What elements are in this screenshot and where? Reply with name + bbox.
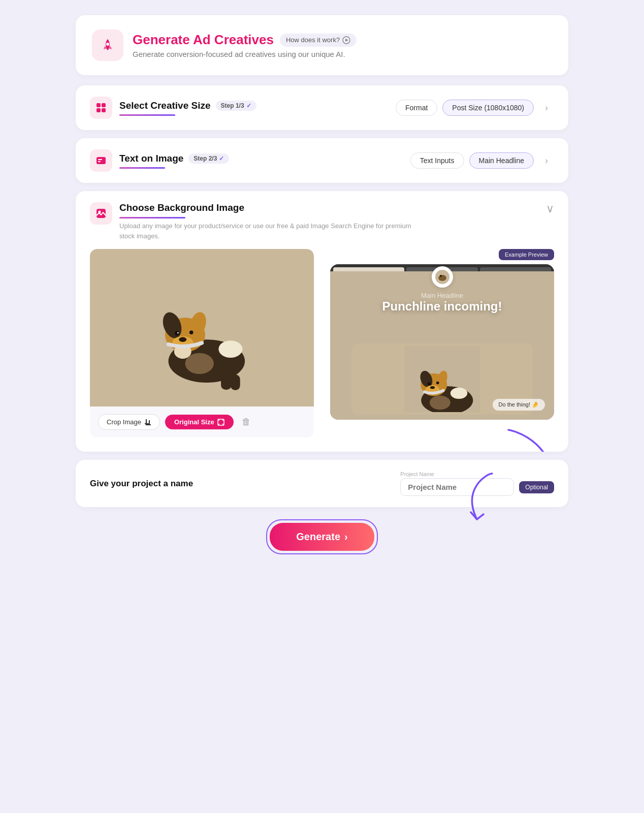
example-preview-badge: Example Preview <box>499 249 554 260</box>
step1-title-wrap: Select Creative Size Step 1/3 ✓ <box>119 100 256 116</box>
step3-title: Choose Background Image <box>119 202 424 213</box>
preview-logo <box>432 266 453 288</box>
step2-card: Text on Image Step 2/3 ✓ Text Inputs Mai… <box>76 138 568 183</box>
svg-point-22 <box>177 332 179 334</box>
step2-underline <box>119 167 165 169</box>
step2-chevron[interactable]: › <box>539 153 554 168</box>
preview-tab-1 <box>333 267 404 271</box>
svg-rect-5 <box>96 108 101 112</box>
step1-badge: Step 1/3 ✓ <box>216 101 256 111</box>
svg-rect-7 <box>96 157 106 164</box>
step2-badge: Step 2/3 ✓ <box>188 153 229 164</box>
rocket-icon <box>100 37 116 53</box>
step1-right: Format Post Size (1080x1080) › <box>396 100 554 116</box>
preview-content: Main Headline Punchline incoming! <box>330 271 554 420</box>
svg-point-37 <box>429 396 450 410</box>
image-actions: Crop Image Original Size 🗑 <box>90 407 314 437</box>
step1-underline <box>119 114 175 116</box>
svg-rect-6 <box>102 108 106 112</box>
step1-icon <box>90 97 112 119</box>
original-size-btn[interactable]: Original Size <box>165 415 234 429</box>
header-text: Generate Ad Creatives How does it work? … <box>133 32 357 58</box>
preview-text-overlay: Main Headline Punchline incoming! <box>330 292 554 314</box>
svg-point-43 <box>427 382 431 386</box>
step2-right: Text Inputs Main Headline › <box>410 152 554 169</box>
generate-btn[interactable]: Generate › <box>270 523 374 551</box>
svg-rect-4 <box>102 103 106 107</box>
how-badge[interactable]: How does it work? <box>280 34 357 47</box>
svg-marker-2 <box>345 39 348 42</box>
page-title: Generate Ad Creatives How does it work? <box>133 32 357 48</box>
svg-point-25 <box>218 340 242 358</box>
step3-header: Choose Background Image Upload any image… <box>76 191 568 249</box>
preview-cta-btn: Do the thing! 🤌 <box>493 399 545 411</box>
svg-point-19 <box>179 337 186 342</box>
step3-content: Crop Image Original Size 🗑 Example Previ… <box>76 249 568 452</box>
step2-icon <box>90 149 112 172</box>
step1-chevron[interactable]: › <box>539 100 554 115</box>
svg-point-45 <box>450 388 467 399</box>
step1-card: Select Creative Size Step 1/3 ✓ Format P… <box>76 85 568 130</box>
step1-title: Select Creative Size <box>119 100 211 111</box>
step3-icon <box>90 202 112 225</box>
step3-subtitle: Upload any image for your product/servic… <box>119 221 424 241</box>
header-subtitle: Generate conversion-focused ad creatives… <box>133 50 357 58</box>
step2-text-inputs-btn[interactable]: Text Inputs <box>410 152 464 169</box>
step3-left: Choose Background Image Upload any image… <box>90 202 424 241</box>
svg-point-0 <box>106 43 109 46</box>
crop-image-btn[interactable]: Crop Image <box>98 414 160 430</box>
project-name-label: Give your project a name <box>90 479 193 489</box>
svg-point-33 <box>438 275 446 281</box>
step2-title: Text on Image <box>119 153 183 164</box>
svg-point-14 <box>185 353 214 374</box>
svg-rect-30 <box>146 424 151 425</box>
step3-underline <box>119 217 185 218</box>
generate-arrow <box>452 468 507 529</box>
preview-punchline-text: Punchline incoming! <box>338 299 546 314</box>
svg-point-44 <box>436 382 439 385</box>
delete-image-btn[interactable]: 🗑 <box>239 414 254 430</box>
step2-title-wrap: Text on Image Step 2/3 ✓ <box>119 153 229 169</box>
generate-wrap: Generate › <box>76 519 568 554</box>
image-upload-area[interactable]: Crop Image Original Size 🗑 <box>90 249 314 437</box>
step2-left: Text on Image Step 2/3 ✓ <box>90 149 229 172</box>
svg-rect-23 <box>221 373 232 390</box>
preview-phone-frame: Main Headline Punchline incoming! <box>330 264 554 420</box>
svg-point-21 <box>189 331 194 335</box>
preview-area: Example Preview Main Headline Punchli <box>330 249 554 420</box>
preview-headline-text: Main Headline <box>338 292 546 299</box>
svg-point-42 <box>430 386 434 389</box>
step1-left: Select Creative Size Step 1/3 ✓ <box>90 97 256 119</box>
step2-headline-btn[interactable]: Main Headline <box>469 152 534 169</box>
svg-rect-24 <box>231 374 240 390</box>
step1-size-btn[interactable]: Post Size (1080x1080) <box>442 100 534 116</box>
purple-arrow <box>503 425 564 452</box>
optional-badge: Optional <box>519 481 554 493</box>
step3-card: Choose Background Image Upload any image… <box>76 191 568 452</box>
header-icon-wrap <box>92 29 123 61</box>
step3-collapse-btn[interactable]: ∨ <box>546 202 554 215</box>
header-card: Generate Ad Creatives How does it work? … <box>76 15 568 75</box>
svg-rect-9 <box>98 161 101 162</box>
step3-title-wrap: Choose Background Image Upload any image… <box>119 202 424 241</box>
svg-point-20 <box>175 331 179 336</box>
generate-btn-outer: Generate › <box>266 519 377 554</box>
step1-format-btn[interactable]: Format <box>396 100 437 116</box>
svg-rect-8 <box>98 159 102 160</box>
svg-point-34 <box>440 275 442 277</box>
dog-image <box>90 249 314 407</box>
preview-tab-3 <box>480 267 551 271</box>
svg-rect-3 <box>96 103 101 107</box>
